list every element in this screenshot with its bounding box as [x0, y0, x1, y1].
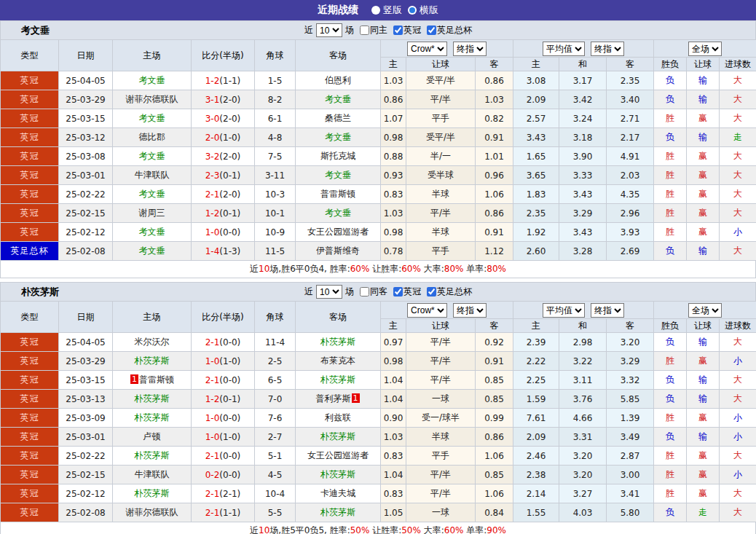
result-goals-cell: 大: [720, 390, 756, 409]
avg-draw-cell: 3.90: [559, 147, 607, 166]
odds-away-cell: 0.96: [476, 166, 513, 185]
avg-source-select[interactable]: 平均值: [543, 303, 585, 318]
away-team-cell: 考文垂: [296, 166, 381, 185]
avg-final-select[interactable]: 终指: [591, 303, 624, 318]
halftime-score: (2-0): [219, 189, 240, 200]
away-team-cell: 桑德兰: [296, 109, 381, 128]
odds-away-cell: 0.86: [476, 204, 513, 223]
fulltime-score: 2-1: [205, 375, 220, 385]
odds-home-cell: 0.98: [381, 223, 406, 242]
type-cell: 英冠: [1, 428, 59, 447]
league-checkbox[interactable]: [393, 25, 403, 35]
odds-source-select[interactable]: Crow*: [407, 42, 447, 56]
match-row: 英冠25-03-15考文垂3-0(2-0)6-1桑德兰1.07平手0.822.5…: [1, 109, 756, 128]
fulltime-score: 1-0: [205, 227, 220, 237]
odds-handicap-cell: 平/半: [406, 333, 476, 352]
date-cell: 25-03-01: [59, 166, 113, 185]
team-name: 斯托克城: [320, 151, 355, 161]
halftime-score: (1-0): [219, 133, 240, 143]
team-name: 朴茨茅斯: [135, 412, 170, 423]
col-score: 比分(半场): [192, 40, 255, 71]
cup-filter[interactable]: 英足总杯: [427, 286, 472, 298]
recent-count-select[interactable]: 10: [316, 285, 342, 299]
same-venue-checkbox[interactable]: [360, 287, 369, 297]
avg-home-cell: 2.22: [513, 352, 559, 371]
type-cell: 英冠: [1, 204, 59, 223]
corner-cell: 10-4: [255, 484, 296, 503]
same-venue-filter[interactable]: 同主: [360, 24, 387, 36]
avg-final-select[interactable]: 终指: [591, 42, 624, 56]
odds-home-cell: 1.07: [381, 109, 406, 128]
cup-checkbox[interactable]: [427, 287, 436, 297]
filter-label: 英足总杯: [437, 286, 472, 298]
same-venue-checkbox[interactable]: [360, 25, 369, 35]
avg-home-cell: 2.35: [513, 204, 559, 223]
cup-filter[interactable]: 英足总杯: [427, 24, 472, 36]
col-odds-handicap: 让球: [406, 58, 476, 71]
col-result-wl: 胜负: [654, 319, 687, 333]
fulltime-score: 1-2: [205, 76, 220, 86]
odds-handicap-cell: 半球: [406, 428, 476, 447]
home-team-cell: 牛津联队: [113, 466, 192, 484]
scope-select[interactable]: 全场: [688, 303, 722, 318]
record-summary: 近10场,胜6平0负4, 胜率:60% 让胜率:60% 大率:80% 单率:80…: [0, 261, 756, 278]
avg-draw-cell: 3.20: [559, 447, 607, 466]
col-result-handicap: 让球: [687, 58, 720, 71]
fulltime-score: 2-0: [205, 133, 220, 143]
home-team-cell: 朴茨茅斯: [113, 484, 192, 503]
odds-home-cell: 0.88: [381, 147, 406, 166]
score-cell: 1-4(1-3): [192, 242, 255, 261]
league-filter[interactable]: 英冠: [393, 24, 421, 36]
fulltime-score: 3-2: [205, 152, 220, 162]
league-filter[interactable]: 英冠: [393, 286, 421, 298]
match-row: 英冠25-03-13朴茨茅斯1-2(0-1)7-0普利茅斯11.04一球0.85…: [1, 390, 756, 409]
type-cell: 英冠: [1, 71, 59, 90]
layout-radio-option[interactable]: 横版: [408, 4, 438, 17]
near-label: 近: [304, 286, 313, 298]
team-name: 桑德兰: [325, 113, 351, 123]
scope-select[interactable]: 全场: [688, 42, 722, 56]
summary-value: 60%: [444, 525, 464, 534]
type-cell: 英冠: [1, 390, 59, 409]
date-cell: 25-04-05: [59, 333, 113, 352]
corner-cell: 6-1: [255, 109, 296, 128]
match-row: 英冠25-02-22考文垂2-1(2-0)10-3普雷斯顿0.83半球1.061…: [1, 185, 756, 204]
avg-home-cell: 2.09: [513, 428, 559, 447]
match-row: 英冠25-04-05米尔沃尔2-1(0-0)11-4朴茨茅斯0.97平/半0.9…: [1, 333, 756, 352]
team-name: 谢菲尔德联队: [126, 94, 178, 104]
score-cell: 1-0(1-0): [192, 428, 255, 447]
odds-home-cell: 0.83: [381, 484, 406, 503]
summary-value: 80%: [444, 264, 464, 274]
layout-radio-group: 竖版横版: [366, 4, 438, 17]
result-goals-cell: 大: [720, 503, 756, 522]
odds-home-cell: 0.98: [381, 352, 406, 371]
away-team-cell: 朴茨茅斯: [296, 428, 381, 447]
same-venue-filter[interactable]: 同客: [360, 286, 387, 298]
halftime-score: (0-1): [219, 208, 240, 219]
col-avg-away: 客: [607, 58, 654, 71]
odds-final-select[interactable]: 终指: [453, 303, 487, 318]
league-checkbox[interactable]: [393, 287, 403, 297]
result-goals-cell: 小: [720, 352, 756, 371]
avg-home-cell: 3.43: [513, 128, 559, 147]
scope-group-header: 全场: [654, 40, 756, 58]
matches-table: 类型 日期 主场 比分(半场) 角球 客场 Crow* 终指 平均值 终指: [0, 39, 756, 261]
odds-home-cell: 0.78: [381, 242, 406, 261]
odds-final-select[interactable]: 终指: [453, 42, 487, 56]
fulltime-score: 1-2: [205, 208, 220, 219]
corner-cell: 11-5: [255, 242, 296, 261]
summary-text: 单率:: [463, 264, 487, 274]
avg-source-select[interactable]: 平均值: [543, 42, 585, 56]
layout-radio-option[interactable]: 竖版: [371, 4, 402, 17]
score-cell: 1-0(0-0): [192, 223, 255, 242]
avg-home-cell: 2.57: [513, 109, 559, 128]
odds-source-select[interactable]: Crow*: [407, 303, 447, 318]
avg-draw-cell: 3.29: [559, 204, 607, 223]
result-goals-cell: 大: [720, 71, 756, 90]
away-team-cell: 考文垂: [296, 204, 381, 223]
away-team-cell: 考文垂: [296, 90, 381, 109]
avg-away-cell: 4.91: [607, 147, 654, 166]
cup-checkbox[interactable]: [427, 25, 436, 35]
home-team-cell: 考文垂: [113, 109, 192, 128]
recent-count-select[interactable]: 10: [316, 23, 342, 37]
